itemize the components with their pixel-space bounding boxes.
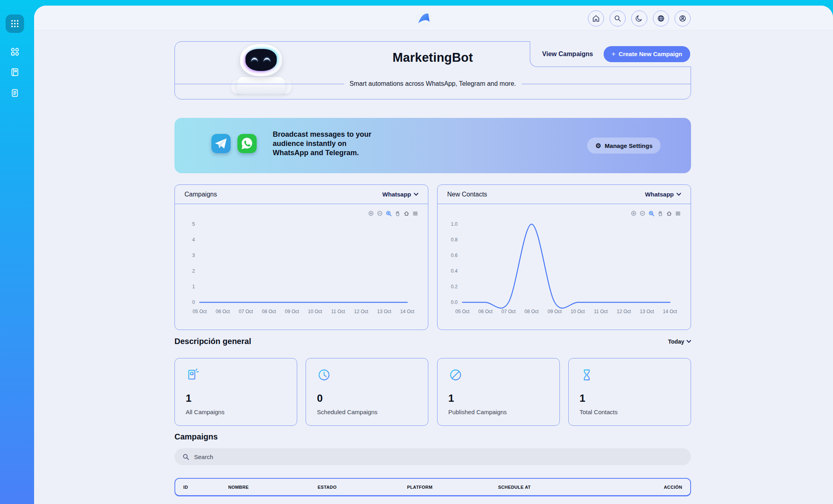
- stat-cards: 1 All Campaigns 0 Scheduled Campaigns 1 …: [174, 358, 691, 426]
- svg-text:0.4: 0.4: [451, 268, 458, 274]
- svg-text:13 Oct: 13 Oct: [640, 309, 654, 314]
- svg-text:08 Oct: 08 Oct: [262, 309, 276, 314]
- overview-heading: Descripción general: [174, 337, 251, 346]
- view-campaigns-link[interactable]: View Campaigns: [542, 51, 593, 58]
- svg-text:07 Oct: 07 Oct: [239, 309, 253, 314]
- stat-card-published-campaigns: 1 Published Campaigns: [437, 358, 560, 426]
- column-header-nombre: NOMBRE: [228, 485, 318, 490]
- chevron-down-icon: [677, 193, 681, 196]
- search-input[interactable]: [194, 453, 683, 460]
- column-header-estado: ESTADO: [318, 485, 407, 490]
- stat-value: 1: [448, 392, 454, 405]
- stat-label: All Campaigns: [186, 409, 225, 415]
- campaigns-heading: Campaigns: [174, 432, 218, 441]
- column-header-schedule-at: SCHEDULE AT: [498, 485, 664, 490]
- stat-label: Total Contacts: [580, 409, 618, 415]
- hourglass-icon: [579, 367, 594, 383]
- campaigns-section-header: Campaigns: [174, 432, 691, 441]
- search-icon[interactable]: [610, 10, 626, 26]
- platform-filter-dropdown[interactable]: Whatsapp: [645, 191, 681, 198]
- svg-text:08 Oct: 08 Oct: [525, 309, 539, 314]
- chart-title: Campaigns: [184, 191, 217, 198]
- platform-filter-dropdown[interactable]: Whatsapp: [382, 191, 418, 198]
- svg-text:10 Oct: 10 Oct: [571, 309, 585, 314]
- svg-text:07 Oct: 07 Oct: [501, 309, 516, 314]
- svg-text:05 Oct: 05 Oct: [193, 309, 207, 314]
- svg-text:06 Oct: 06 Oct: [216, 309, 230, 314]
- new-contacts-chart-card: New Contacts Whatsapp 0.00.20.40.60.81.0…: [437, 184, 691, 330]
- chevron-down-icon: [687, 340, 691, 343]
- campaigns-chart[interactable]: 01234505 Oct06 Oct07 Oct08 Oct09 Oct10 O…: [183, 209, 421, 325]
- language-globe-icon[interactable]: [653, 10, 669, 26]
- topbar-actions: [588, 10, 691, 26]
- hero-card: MarketingBot Smart automations across Wh…: [174, 41, 691, 99]
- dark-mode-moon-icon[interactable]: [631, 10, 647, 26]
- content-card: MarketingBot Smart automations across Wh…: [34, 6, 833, 504]
- campaign-file-icon: [185, 367, 201, 383]
- new-contacts-chart[interactable]: 0.00.20.40.60.81.005 Oct06 Oct07 Oct08 O…: [446, 209, 683, 325]
- svg-text:0.6: 0.6: [451, 253, 458, 258]
- categories-icon[interactable]: [6, 43, 24, 61]
- column-header-id: ID: [183, 485, 228, 490]
- svg-text:5: 5: [192, 221, 195, 227]
- chart-title: New Contacts: [447, 191, 487, 198]
- column-header-platform: PLATFORM: [407, 485, 498, 490]
- app-logo: [415, 10, 433, 28]
- ban-circle-icon: [448, 367, 463, 383]
- svg-text:10 Oct: 10 Oct: [308, 309, 322, 314]
- whatsapp-icon: [237, 134, 257, 153]
- svg-text:4: 4: [192, 237, 195, 243]
- svg-text:11 Oct: 11 Oct: [331, 309, 345, 314]
- campaigns-chart-card: Campaigns Whatsapp 01234505 Oct06 Oct07 …: [174, 184, 428, 330]
- stat-label: Scheduled Campaigns: [317, 409, 377, 415]
- stat-card-total-contacts: 1 Total Contacts: [568, 358, 691, 426]
- svg-text:05 Oct: 05 Oct: [455, 309, 470, 314]
- broadcast-banner: Broadcast messages to your audience inst…: [174, 118, 691, 173]
- svg-text:06 Oct: 06 Oct: [478, 309, 493, 314]
- svg-text:09 Oct: 09 Oct: [285, 309, 299, 314]
- stat-label: Published Campaigns: [448, 409, 507, 415]
- plus-icon: +: [612, 50, 616, 58]
- telegram-icon: [211, 134, 231, 153]
- chevron-down-icon: [414, 193, 418, 196]
- topbar: [34, 6, 833, 30]
- manage-settings-button[interactable]: ⚙ Manage Settings: [587, 138, 661, 154]
- overview-header: Descripción general Today: [174, 337, 691, 346]
- stat-card-all-campaigns: 1 All Campaigns: [174, 358, 297, 426]
- svg-text:2: 2: [192, 268, 195, 274]
- svg-text:12 Oct: 12 Oct: [617, 309, 631, 314]
- svg-text:0.0: 0.0: [451, 300, 458, 305]
- stat-value: 1: [580, 392, 585, 405]
- svg-text:12 Oct: 12 Oct: [354, 309, 369, 314]
- svg-text:14 Oct: 14 Oct: [400, 309, 415, 314]
- hero-actions: View Campaigns + Create New Campaign: [530, 41, 691, 67]
- search-bar: [174, 448, 691, 465]
- column-header-accion: ACCIÓN: [664, 485, 682, 490]
- stat-card-scheduled-campaigns: 0 Scheduled Campaigns: [306, 358, 428, 426]
- notes-icon[interactable]: [6, 84, 24, 102]
- search-icon: [182, 453, 189, 460]
- svg-text:14 Oct: 14 Oct: [663, 309, 677, 314]
- contacts-book-icon[interactable]: [6, 63, 24, 81]
- hero-subtitle: Smart automations across WhatsApp, Teleg…: [175, 80, 691, 87]
- broadcast-message: Broadcast messages to your audience inst…: [273, 130, 393, 158]
- period-dropdown[interactable]: Today: [668, 338, 691, 345]
- svg-text:0: 0: [192, 300, 195, 305]
- clock-icon: [316, 367, 332, 383]
- stat-value: 0: [317, 392, 322, 405]
- svg-text:0.8: 0.8: [451, 237, 458, 243]
- svg-text:3: 3: [192, 253, 195, 258]
- grid-apps-icon[interactable]: [6, 14, 24, 33]
- svg-text:1: 1: [192, 284, 195, 289]
- sidebar: [0, 0, 34, 504]
- profile-icon[interactable]: [675, 10, 691, 26]
- svg-text:0.2: 0.2: [451, 284, 458, 289]
- table-header-row: ID NOMBRE ESTADO PLATFORM SCHEDULE AT AC…: [174, 478, 691, 496]
- svg-text:1.0: 1.0: [451, 221, 458, 227]
- svg-text:09 Oct: 09 Oct: [547, 309, 562, 314]
- create-new-campaign-button[interactable]: + Create New Campaign: [604, 46, 690, 62]
- gear-icon: ⚙: [595, 142, 601, 150]
- home-icon[interactable]: [588, 10, 604, 26]
- stat-value: 1: [186, 392, 191, 405]
- svg-text:13 Oct: 13 Oct: [377, 309, 391, 314]
